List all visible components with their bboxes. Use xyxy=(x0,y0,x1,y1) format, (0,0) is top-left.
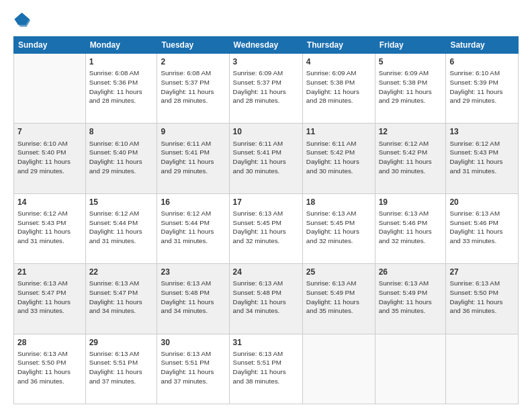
calendar-week-row: 7Sunrise: 6:10 AM Sunset: 5:40 PM Daylig… xyxy=(14,124,519,193)
day-number: 12 xyxy=(379,126,443,137)
day-number: 1 xyxy=(89,56,154,67)
calendar-header-sunday: Sunday xyxy=(14,37,86,54)
day-number: 22 xyxy=(89,267,154,277)
day-number: 16 xyxy=(161,197,225,208)
calendar-cell: 13Sunrise: 6:12 AM Sunset: 5:43 PM Dayli… xyxy=(446,124,519,193)
calendar-cell: 25Sunrise: 6:13 AM Sunset: 5:49 PM Dayli… xyxy=(302,264,375,334)
day-detail: Sunrise: 6:13 AM Sunset: 5:51 PM Dayligh… xyxy=(161,349,225,386)
day-detail: Sunrise: 6:12 AM Sunset: 5:44 PM Dayligh… xyxy=(89,209,154,246)
day-number: 21 xyxy=(17,267,82,277)
calendar-cell: 5Sunrise: 6:09 AM Sunset: 5:38 PM Daylig… xyxy=(375,54,446,124)
calendar-cell: 16Sunrise: 6:12 AM Sunset: 5:44 PM Dayli… xyxy=(157,193,229,263)
day-number: 17 xyxy=(233,197,299,208)
day-number: 27 xyxy=(449,267,515,277)
calendar-cell xyxy=(446,334,519,404)
day-detail: Sunrise: 6:10 AM Sunset: 5:40 PM Dayligh… xyxy=(17,139,82,176)
day-detail: Sunrise: 6:11 AM Sunset: 5:41 PM Dayligh… xyxy=(233,139,299,176)
day-detail: Sunrise: 6:12 AM Sunset: 5:44 PM Dayligh… xyxy=(161,209,225,246)
calendar-cell: 15Sunrise: 6:12 AM Sunset: 5:44 PM Dayli… xyxy=(85,193,157,263)
calendar-cell: 22Sunrise: 6:13 AM Sunset: 5:47 PM Dayli… xyxy=(85,264,157,334)
day-number: 24 xyxy=(233,267,299,277)
day-number: 4 xyxy=(306,56,371,67)
day-number: 6 xyxy=(449,56,515,67)
calendar-cell: 12Sunrise: 6:12 AM Sunset: 5:42 PM Dayli… xyxy=(375,124,446,193)
calendar-cell: 2Sunrise: 6:08 AM Sunset: 5:37 PM Daylig… xyxy=(157,54,229,124)
calendar-cell: 29Sunrise: 6:13 AM Sunset: 5:51 PM Dayli… xyxy=(85,334,157,404)
calendar-cell: 30Sunrise: 6:13 AM Sunset: 5:51 PM Dayli… xyxy=(157,334,229,404)
calendar-cell: 19Sunrise: 6:13 AM Sunset: 5:46 PM Dayli… xyxy=(375,193,446,263)
day-number: 28 xyxy=(17,337,82,348)
day-detail: Sunrise: 6:13 AM Sunset: 5:45 PM Dayligh… xyxy=(233,209,299,246)
calendar-cell: 10Sunrise: 6:11 AM Sunset: 5:41 PM Dayli… xyxy=(229,124,302,193)
calendar-cell: 4Sunrise: 6:09 AM Sunset: 5:38 PM Daylig… xyxy=(302,54,375,124)
day-number: 7 xyxy=(17,126,82,137)
calendar-cell: 20Sunrise: 6:13 AM Sunset: 5:46 PM Dayli… xyxy=(446,193,519,263)
day-number: 30 xyxy=(161,337,225,348)
day-detail: Sunrise: 6:13 AM Sunset: 5:50 PM Dayligh… xyxy=(449,279,515,316)
calendar-header-thursday: Thursday xyxy=(302,37,375,54)
day-detail: Sunrise: 6:13 AM Sunset: 5:45 PM Dayligh… xyxy=(306,209,371,246)
day-detail: Sunrise: 6:09 AM Sunset: 5:38 PM Dayligh… xyxy=(379,68,443,105)
calendar-cell: 31Sunrise: 6:13 AM Sunset: 5:51 PM Dayli… xyxy=(229,334,302,404)
calendar-header-tuesday: Tuesday xyxy=(157,37,229,54)
day-number: 25 xyxy=(306,267,371,277)
day-number: 5 xyxy=(379,56,443,67)
calendar-cell: 27Sunrise: 6:13 AM Sunset: 5:50 PM Dayli… xyxy=(446,264,519,334)
logo-icon xyxy=(13,11,32,30)
calendar-cell xyxy=(14,54,86,124)
day-detail: Sunrise: 6:13 AM Sunset: 5:46 PM Dayligh… xyxy=(379,209,443,246)
calendar-cell: 18Sunrise: 6:13 AM Sunset: 5:45 PM Dayli… xyxy=(302,193,375,263)
calendar-cell: 21Sunrise: 6:13 AM Sunset: 5:47 PM Dayli… xyxy=(14,264,86,334)
day-number: 2 xyxy=(161,56,225,67)
calendar-cell: 6Sunrise: 6:10 AM Sunset: 5:39 PM Daylig… xyxy=(446,54,519,124)
day-detail: Sunrise: 6:08 AM Sunset: 5:36 PM Dayligh… xyxy=(89,68,154,105)
calendar-header-row: SundayMondayTuesdayWednesdayThursdayFrid… xyxy=(14,37,519,54)
calendar-cell: 28Sunrise: 6:13 AM Sunset: 5:50 PM Dayli… xyxy=(14,334,86,404)
day-number: 18 xyxy=(306,197,371,208)
calendar-cell xyxy=(375,334,446,404)
calendar-header-friday: Friday xyxy=(375,37,446,54)
calendar-cell: 14Sunrise: 6:12 AM Sunset: 5:43 PM Dayli… xyxy=(14,193,86,263)
day-number: 8 xyxy=(89,126,154,137)
day-number: 23 xyxy=(161,267,225,277)
day-number: 15 xyxy=(89,197,154,208)
day-detail: Sunrise: 6:13 AM Sunset: 5:48 PM Dayligh… xyxy=(233,279,299,316)
calendar-cell: 17Sunrise: 6:13 AM Sunset: 5:45 PM Dayli… xyxy=(229,193,302,263)
calendar-cell: 1Sunrise: 6:08 AM Sunset: 5:36 PM Daylig… xyxy=(85,54,157,124)
day-detail: Sunrise: 6:13 AM Sunset: 5:51 PM Dayligh… xyxy=(233,349,299,386)
day-detail: Sunrise: 6:13 AM Sunset: 5:48 PM Dayligh… xyxy=(161,279,225,316)
day-detail: Sunrise: 6:11 AM Sunset: 5:42 PM Dayligh… xyxy=(306,139,371,176)
calendar-cell: 7Sunrise: 6:10 AM Sunset: 5:40 PM Daylig… xyxy=(14,124,86,193)
calendar-header-wednesday: Wednesday xyxy=(229,37,302,54)
calendar-table: SundayMondayTuesdayWednesdayThursdayFrid… xyxy=(13,36,519,404)
day-detail: Sunrise: 6:13 AM Sunset: 5:46 PM Dayligh… xyxy=(449,209,515,246)
day-detail: Sunrise: 6:09 AM Sunset: 5:38 PM Dayligh… xyxy=(306,68,371,105)
day-number: 19 xyxy=(379,197,443,208)
day-detail: Sunrise: 6:12 AM Sunset: 5:43 PM Dayligh… xyxy=(17,209,82,246)
day-detail: Sunrise: 6:13 AM Sunset: 5:49 PM Dayligh… xyxy=(306,279,371,316)
calendar-week-row: 14Sunrise: 6:12 AM Sunset: 5:43 PM Dayli… xyxy=(14,193,519,263)
calendar-cell: 24Sunrise: 6:13 AM Sunset: 5:48 PM Dayli… xyxy=(229,264,302,334)
day-detail: Sunrise: 6:13 AM Sunset: 5:50 PM Dayligh… xyxy=(17,349,82,386)
day-number: 26 xyxy=(379,267,443,277)
day-detail: Sunrise: 6:13 AM Sunset: 5:51 PM Dayligh… xyxy=(89,349,154,386)
day-detail: Sunrise: 6:12 AM Sunset: 5:42 PM Dayligh… xyxy=(379,139,443,176)
calendar-header-saturday: Saturday xyxy=(446,37,519,54)
day-detail: Sunrise: 6:08 AM Sunset: 5:37 PM Dayligh… xyxy=(161,68,225,105)
day-number: 11 xyxy=(306,126,371,137)
calendar-cell: 8Sunrise: 6:10 AM Sunset: 5:40 PM Daylig… xyxy=(85,124,157,193)
page: SundayMondayTuesdayWednesdayThursdayFrid… xyxy=(0,0,532,411)
calendar-cell: 9Sunrise: 6:11 AM Sunset: 5:41 PM Daylig… xyxy=(157,124,229,193)
day-detail: Sunrise: 6:13 AM Sunset: 5:47 PM Dayligh… xyxy=(89,279,154,316)
day-number: 10 xyxy=(233,126,299,137)
calendar-cell xyxy=(302,334,375,404)
calendar-week-row: 28Sunrise: 6:13 AM Sunset: 5:50 PM Dayli… xyxy=(14,334,519,404)
day-detail: Sunrise: 6:10 AM Sunset: 5:39 PM Dayligh… xyxy=(449,68,515,105)
day-number: 20 xyxy=(449,197,515,208)
header xyxy=(13,11,519,30)
calendar-week-row: 1Sunrise: 6:08 AM Sunset: 5:36 PM Daylig… xyxy=(14,54,519,124)
day-number: 29 xyxy=(89,337,154,348)
day-number: 13 xyxy=(449,126,515,137)
day-number: 14 xyxy=(17,197,82,208)
calendar-header-monday: Monday xyxy=(85,37,157,54)
